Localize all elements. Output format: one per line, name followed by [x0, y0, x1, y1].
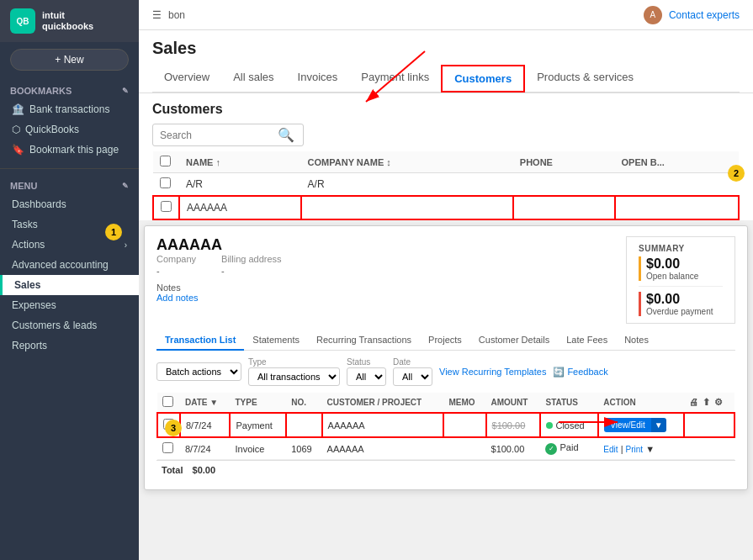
trans-memo	[443, 413, 485, 437]
quickbooks-icon: ⬡	[12, 124, 20, 135]
sidebar: QB intuit quickbooks + New BOOKMARKS ✎ 🏦…	[0, 0, 139, 560]
billing-field: Billing address -	[221, 254, 282, 276]
menu-edit-icon: ✎	[122, 182, 129, 190]
print-icon[interactable]: 🖨	[689, 397, 698, 408]
feedback-button[interactable]: 🔄 Feedback	[553, 367, 607, 378]
customers-table: NAME ↑ COMPANY NAME ↕ PHONE OPEN B... A/…	[152, 151, 740, 220]
paid-check-icon: ✓	[545, 443, 557, 455]
customer-name-aaaaaa[interactable]: AAAAAA	[179, 196, 301, 219]
sidebar-item-bookmark-page[interactable]: 🔖 Bookmark this page	[0, 140, 139, 160]
bookmark-icon: 🔖	[12, 144, 24, 156]
detail-tab-recurring[interactable]: Recurring Transactions	[308, 330, 420, 351]
detail-tab-notes[interactable]: Notes	[616, 330, 657, 351]
status-badge-closed: Closed	[546, 420, 584, 431]
trans-status: Closed	[540, 413, 598, 437]
topbar: ☰ bon A Contact experts	[139, 0, 753, 30]
view-edit-dropdown[interactable]: ▼	[651, 418, 666, 432]
trans-action: Edit | Print ▼	[598, 437, 684, 460]
search-bar[interactable]: 🔍	[152, 124, 304, 146]
detail-tab-late-fees[interactable]: Late Fees	[558, 330, 616, 351]
settings-icon[interactable]: ⚙	[714, 397, 723, 408]
customer-detail-panel: AAAAAA Company - Billing address - Notes…	[144, 225, 748, 490]
filters-row: Batch actions Type All transactions Stat…	[156, 357, 735, 386]
status-label: Status	[347, 357, 386, 367]
sidebar-item-advanced-accounting[interactable]: Advanced accounting	[0, 255, 139, 275]
dropdown-arrow[interactable]: ▼	[645, 444, 655, 454]
date-group: Date All	[393, 357, 432, 386]
edit-link[interactable]: Edit	[603, 445, 618, 454]
col-phone: PHONE	[513, 151, 615, 173]
view-edit-button[interactable]: View/Edit	[604, 418, 651, 432]
batch-actions-select[interactable]: Batch actions	[156, 362, 241, 381]
menu-section: MENU ✎ Dashboards Tasks Actions › Advanc…	[0, 172, 139, 361]
overdue-row: $0.00 Overdue payment	[639, 292, 723, 316]
select-all-checkbox[interactable]	[160, 156, 171, 166]
transaction-table: DATE ▼ TYPE NO. CUSTOMER / PROJECT MEMO …	[156, 393, 735, 460]
sidebar-item-customers-leads[interactable]: Customers & leads	[0, 315, 139, 335]
print-link[interactable]: Print	[626, 445, 644, 454]
search-icon: 🔍	[278, 127, 294, 143]
col-name: NAME ↑	[179, 151, 301, 173]
sidebar-item-reports[interactable]: Reports	[0, 335, 139, 356]
tab-customers[interactable]: Customers	[441, 65, 525, 92]
export-icon[interactable]: ⬆	[703, 397, 710, 408]
col-open-balance: OPEN B...	[615, 151, 739, 173]
status-dot	[546, 422, 553, 429]
trans-action: View/Edit▼	[598, 413, 684, 437]
add-notes-link[interactable]: Add notes	[156, 293, 199, 303]
sidebar-item-dashboards[interactable]: Dashboards	[0, 194, 139, 214]
bookmarks-section: BOOKMARKS ✎ 🏦 Bank transactions ⬡ QuickB…	[0, 77, 139, 165]
trans-amount: $100.00	[486, 437, 541, 460]
view-recurring-link[interactable]: View Recurring Templates	[439, 367, 546, 377]
tab-overview[interactable]: Overview	[152, 65, 221, 92]
topbar-right: A Contact experts	[644, 6, 740, 24]
trans-type: Payment	[230, 413, 286, 437]
customer-company-aaaaaa	[301, 196, 513, 219]
sidebar-item-bank-transactions[interactable]: 🏦 Bank transactions	[0, 99, 139, 119]
trans-row-checkbox[interactable]	[162, 442, 173, 453]
hamburger-icon[interactable]: ☰	[152, 9, 162, 21]
menu-header[interactable]: MENU ✎	[0, 177, 139, 194]
sales-tabs: Overview All sales Invoices Payment link…	[152, 65, 740, 92]
row-checkbox[interactable]	[160, 177, 171, 188]
detail-tab-statements[interactable]: Statements	[244, 330, 308, 351]
sales-section: Sales Overview All sales Invoices Paymen…	[139, 30, 753, 93]
customer-detail-name: AAAAAA	[156, 236, 282, 254]
detail-header: AAAAAA Company - Billing address - Notes…	[156, 236, 735, 324]
trans-select-all[interactable]	[162, 396, 173, 407]
tab-payment-links[interactable]: Payment links	[349, 65, 441, 92]
sidebar-item-sales[interactable]: Sales	[0, 275, 139, 295]
type-select[interactable]: All transactions	[248, 367, 340, 386]
chevron-right-icon: ›	[125, 240, 127, 250]
row-checkbox[interactable]	[161, 201, 172, 212]
trans-amount: $100.00	[486, 413, 541, 437]
summary-box: SUMMARY $0.00 Open balance $0.00 Overdue…	[626, 236, 735, 324]
col-action: ACTION	[598, 393, 684, 413]
tab-all-sales[interactable]: All sales	[221, 65, 285, 92]
sidebar-item-expenses[interactable]: Expenses	[0, 295, 139, 315]
tab-invoices[interactable]: Invoices	[286, 65, 350, 92]
sidebar-logo: QB intuit quickbooks	[0, 0, 139, 42]
tab-products-services[interactable]: Products & services	[525, 65, 645, 92]
search-input[interactable]	[160, 129, 278, 141]
contact-experts-link[interactable]: Contact experts	[669, 9, 740, 21]
new-button[interactable]: + New	[10, 49, 129, 71]
detail-tab-customer-details[interactable]: Customer Details	[470, 330, 558, 351]
customer-name: A/R	[179, 173, 301, 197]
type-group: Type All transactions	[248, 357, 340, 386]
notes-field: Notes Add notes	[156, 283, 282, 303]
customers-area: Customers 🔍 NAME ↑ COMPANY NAME ↕ PHONE …	[139, 93, 753, 220]
detail-fields: Company - Billing address -	[156, 254, 282, 276]
trans-no: 1069	[286, 437, 321, 460]
detail-tab-transaction-list[interactable]: Transaction List	[156, 330, 244, 351]
sidebar-item-quickbooks[interactable]: ⬡ QuickBooks	[0, 119, 139, 140]
trans-no	[286, 413, 321, 437]
annotation-circle-3: 3	[165, 420, 182, 436]
detail-tab-projects[interactable]: Projects	[420, 330, 470, 351]
date-select[interactable]: All	[393, 367, 432, 386]
bookmarks-header[interactable]: BOOKMARKS ✎	[0, 82, 139, 99]
main-content: ☰ bon A Contact experts Sales Overview A…	[139, 0, 753, 560]
status-select[interactable]: All	[347, 367, 386, 386]
avatar: A	[644, 6, 662, 24]
trans-type: Invoice	[230, 437, 286, 460]
